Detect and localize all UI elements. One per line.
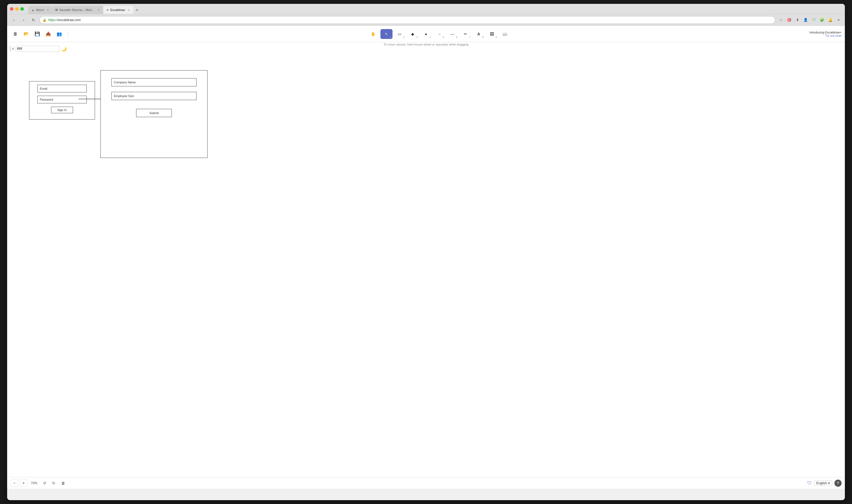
address-bar[interactable]: 🔒 https://excalidraw.com: [39, 16, 426, 24]
left-panel: # 🌙: [7, 42, 51, 58]
email-label: Email: [40, 87, 48, 90]
signin-button-wireframe: Sign In: [51, 107, 73, 113]
diamond-icon: ◆: [411, 32, 414, 36]
tab-about[interactable]: ▲ About ✕: [28, 6, 52, 14]
color-swatch[interactable]: [10, 46, 11, 52]
circle-icon: ●: [425, 32, 426, 36]
minimize-button[interactable]: [15, 7, 19, 11]
reload-button[interactable]: ↻: [30, 16, 37, 24]
open-tool-button[interactable]: 📂: [21, 29, 31, 39]
save-tool-button[interactable]: 💾: [32, 29, 42, 39]
hash-sign: #: [12, 47, 14, 51]
close-button[interactable]: [10, 7, 14, 11]
toolbar: 🗑 📂 💾 📤 👥 ✋ ↖ 1 ▭ 2: [7, 26, 426, 42]
employee-size-label: Employee Size: [114, 94, 134, 97]
delete-tool-button[interactable]: 🗑: [11, 29, 20, 39]
hand-tool-button[interactable]: ✋: [367, 29, 379, 39]
rect-badge: 2: [403, 36, 405, 38]
export-tool-button[interactable]: 📤: [44, 29, 53, 39]
company-form-wireframe: Company Name Employee Size Submit: [101, 70, 208, 158]
diamond-badge: 3: [417, 36, 418, 38]
collab-tool-button[interactable]: 👥: [54, 29, 64, 39]
forward-icon: ›: [23, 18, 24, 22]
browser-window: ▲ About ✕ M Saurabh Sharma – Medium ✕ ✏ …: [7, 4, 426, 252]
select-icon: ↖: [385, 32, 388, 36]
color-input[interactable]: [16, 46, 59, 52]
security-icon: 🔒: [42, 18, 47, 22]
company-name-label: Company Name: [114, 80, 136, 84]
circle-tool-button[interactable]: ● 4: [420, 29, 426, 39]
diamond-tool-button[interactable]: ◆ 3: [407, 29, 419, 39]
signin-label: Sign In: [57, 108, 67, 112]
tab-excalidraw-icon: ✏: [106, 8, 109, 12]
maximize-button[interactable]: [20, 7, 24, 11]
color-row: # 🌙: [10, 45, 48, 53]
tab-medium-close[interactable]: ✕: [98, 8, 100, 12]
forward-button[interactable]: ›: [20, 16, 28, 24]
submit-button-wireframe: Submit: [136, 109, 172, 117]
tab-about-label: About: [36, 8, 44, 12]
canvas-hint: To move canvas, hold mouse wheel or spac…: [383, 43, 426, 46]
canvas-area[interactable]: Email Password Sign In Company Name: [7, 48, 426, 252]
tab-medium-label: Saurabh Sharma – Medium: [59, 8, 95, 12]
nav-bar: ‹ › ↻ 🔒 https://excalidraw.com ☆ 🎯 ⬇ 👤 🛡…: [7, 14, 426, 26]
email-field-wireframe: Email: [37, 85, 87, 92]
rect-icon: ▭: [398, 32, 401, 36]
rect-tool-button[interactable]: ▭ 2: [394, 29, 406, 39]
title-bar: ▲ About ✕ M Saurabh Sharma – Medium ✕ ✏ …: [7, 4, 426, 14]
tab-about-close[interactable]: ✕: [47, 8, 49, 12]
new-tab-button[interactable]: +: [133, 6, 141, 14]
domain-text: excalidraw.com: [58, 18, 81, 22]
tab-excalidraw-label: Excalidraw: [110, 8, 125, 12]
https-text: https://: [48, 18, 58, 22]
back-icon: ‹: [13, 18, 15, 22]
reload-icon: ↻: [32, 18, 35, 22]
hand-icon: ✋: [371, 32, 376, 36]
address-text: https://excalidraw.com: [48, 18, 81, 22]
tab-medium-icon: M: [55, 8, 58, 12]
back-button[interactable]: ‹: [10, 16, 18, 24]
tab-about-icon: ▲: [32, 8, 34, 12]
tab-excalidraw-close[interactable]: ✕: [128, 8, 130, 12]
toolbar-separator: [68, 31, 68, 37]
tab-excalidraw[interactable]: ✏ Excalidraw ✕: [103, 6, 133, 14]
company-name-field-wireframe: Company Name: [111, 78, 196, 86]
tab-medium[interactable]: M Saurabh Sharma – Medium ✕: [52, 6, 103, 14]
submit-label: Submit: [149, 111, 159, 114]
dark-mode-toggle[interactable]: 🌙: [61, 45, 67, 53]
employee-size-field-wireframe: Employee Size: [111, 92, 196, 100]
select-badge: 1: [390, 36, 392, 38]
main-content: 🗑 📂 💾 📤 👥 ✋ ↖ 1 ▭ 2: [7, 26, 426, 252]
password-label: Password: [40, 98, 53, 101]
select-tool-button[interactable]: ↖ 1: [380, 29, 393, 39]
tabs-area: ▲ About ✕ M Saurabh Sharma – Medium ✕ ✏ …: [28, 4, 426, 14]
toolbar-left: 🗑 📂 💾 📤 👥: [11, 29, 64, 39]
traffic-lights: [10, 7, 24, 11]
toolbar-center: ✋ ↖ 1 ▭ 2 ◆ 3 ● 4 →: [70, 29, 426, 39]
